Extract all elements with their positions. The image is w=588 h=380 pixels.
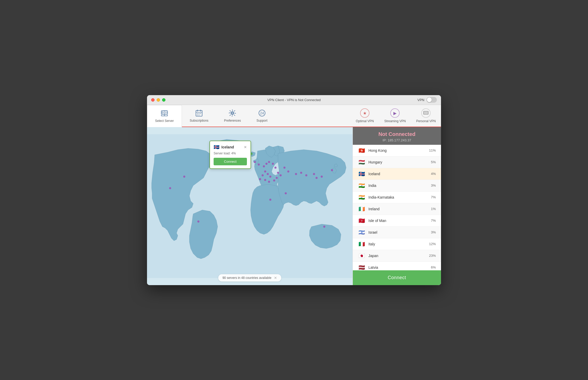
- popup-server-load: Server load: 4%: [214, 152, 247, 155]
- optimal-vpn-icon: ★: [360, 108, 369, 118]
- nav-select-server[interactable]: Select Server: [147, 105, 182, 127]
- server-row[interactable]: 🇮🇹 Italy 12%: [353, 238, 441, 250]
- nav-optimal-vpn-label: Optimal VPN: [356, 119, 374, 123]
- server-load: 4%: [431, 172, 436, 176]
- svg-point-2: [162, 111, 163, 112]
- svg-point-49: [264, 179, 266, 181]
- server-row[interactable]: 🇮🇱 Israel 3%: [353, 227, 441, 238]
- window-title: VPN Client - VPN is Not Connected: [267, 98, 321, 102]
- server-name: Iceland: [368, 172, 431, 176]
- server-flag: 🇮🇹: [358, 241, 365, 247]
- ip-value: 185.177.243.37: [388, 138, 411, 142]
- server-row[interactable]: 🇱🇻 Latvia 6%: [353, 262, 441, 270]
- svg-point-39: [274, 166, 277, 168]
- nav-subscriptions-label: Subscriptions: [190, 119, 208, 122]
- server-row[interactable]: 🇮🇸 Iceland 4%: [353, 168, 441, 180]
- personal-vpn-icon: [421, 108, 431, 118]
- status-bar: 90 servers in 48 countries available ✕: [218, 274, 281, 281]
- server-name: Italy: [368, 242, 429, 246]
- svg-point-40: [277, 172, 279, 174]
- svg-rect-16: [200, 113, 201, 114]
- main-connect-button[interactable]: Connect: [353, 270, 441, 285]
- server-name: Hungary: [368, 160, 431, 164]
- server-load: 11%: [429, 148, 436, 152]
- vpn-toggle-area: VPN: [417, 97, 437, 103]
- map-area: 🇮🇸 Iceland ✕ Server load: 4% Connect 90 …: [147, 127, 353, 285]
- nav-streaming-vpn[interactable]: ▶ Streaming VPN: [379, 105, 411, 127]
- svg-point-36: [265, 163, 267, 165]
- server-row[interactable]: 🇭🇺 Hungary 5%: [353, 156, 441, 168]
- server-load: 12%: [429, 242, 436, 246]
- nav-preferences[interactable]: Preferences: [216, 105, 249, 127]
- support-icon: 24: [258, 109, 266, 117]
- server-flag: 🇮🇪: [358, 206, 365, 212]
- toggle-knob: [427, 97, 432, 102]
- minimize-button[interactable]: [157, 98, 160, 102]
- main-content: 🇮🇸 Iceland ✕ Server load: 4% Connect 90 …: [147, 127, 441, 285]
- svg-point-55: [305, 174, 307, 176]
- server-row[interactable]: 🇮🇪 Ireland 1%: [353, 203, 441, 215]
- svg-point-62: [323, 226, 325, 228]
- server-load: 23%: [429, 254, 436, 258]
- server-load: 3%: [431, 184, 436, 187]
- svg-point-33: [254, 161, 256, 163]
- server-row[interactable]: 🇭🇰 Hong Kong 11%: [353, 145, 441, 156]
- server-load: 5%: [431, 160, 436, 164]
- panel-header: Not Connected IP: 185.177.243.37: [353, 127, 441, 145]
- svg-rect-17: [197, 115, 198, 115]
- server-load: 1%: [431, 207, 436, 211]
- status-close-button[interactable]: ✕: [274, 276, 277, 280]
- server-row[interactable]: 🇯🇵 Japan 23%: [353, 250, 441, 262]
- server-row[interactable]: 🇮🇲 Isle of Man 7%: [353, 215, 441, 227]
- svg-point-30: [169, 187, 171, 189]
- svg-point-52: [287, 170, 289, 172]
- svg-point-44: [269, 175, 271, 178]
- popup-connect-button[interactable]: Connect: [214, 158, 247, 165]
- svg-point-42: [276, 177, 278, 179]
- vpn-label: VPN: [417, 98, 424, 102]
- svg-point-47: [261, 174, 264, 176]
- nav-subscriptions[interactable]: Subscriptions: [182, 105, 216, 127]
- server-row[interactable]: 🇮🇳 India 3%: [353, 180, 441, 192]
- server-name: India-Karnataka: [368, 195, 431, 199]
- app-window: VPN Client - VPN is Not Connected VPN: [147, 95, 441, 285]
- nav-support-label: Support: [257, 119, 267, 122]
- server-flag: 🇱🇻: [358, 264, 365, 270]
- svg-point-53: [295, 173, 297, 175]
- svg-point-37: [268, 161, 270, 163]
- server-name: Israel: [368, 230, 431, 234]
- server-flag: 🇭🇺: [358, 159, 365, 165]
- nav-personal-vpn[interactable]: Personal VPN: [411, 105, 441, 127]
- svg-point-43: [273, 179, 275, 181]
- svg-point-58: [321, 175, 323, 178]
- svg-point-54: [300, 172, 302, 174]
- popup-close-button[interactable]: ✕: [244, 145, 247, 149]
- svg-point-34: [258, 163, 260, 166]
- server-panel: Not Connected IP: 185.177.243.37 🇭🇰 Hong…: [353, 127, 441, 285]
- nav-preferences-label: Preferences: [224, 119, 241, 122]
- window-controls: [151, 98, 165, 102]
- server-load: 7%: [431, 195, 436, 199]
- streaming-vpn-icon: ▶: [390, 108, 400, 118]
- close-button[interactable]: [151, 98, 155, 102]
- nav-optimal-vpn[interactable]: ★ Optimal VPN: [351, 105, 379, 127]
- vpn-toggle[interactable]: [426, 97, 437, 103]
- server-row[interactable]: 🇮🇳 India-Karnataka 7%: [353, 192, 441, 203]
- popup-header: 🇮🇸 Iceland ✕: [214, 144, 247, 150]
- server-flag: 🇮🇸: [358, 171, 365, 177]
- status-text: 90 servers in 48 countries available: [222, 276, 271, 280]
- nav-support[interactable]: 24 Support: [249, 105, 275, 127]
- maximize-button[interactable]: [162, 98, 165, 102]
- gear-icon: [228, 109, 237, 117]
- svg-point-38: [272, 163, 274, 165]
- server-flag: 🇯🇵: [358, 253, 365, 259]
- svg-point-41: [280, 174, 282, 176]
- svg-point-31: [197, 220, 200, 222]
- nav-streaming-vpn-label: Streaming VPN: [384, 119, 406, 123]
- svg-rect-18: [199, 115, 200, 115]
- svg-point-46: [264, 170, 266, 172]
- server-flag: 🇮🇲: [358, 218, 365, 224]
- svg-point-51: [283, 166, 285, 168]
- svg-point-3: [162, 113, 163, 114]
- server-name: Isle of Man: [368, 219, 431, 223]
